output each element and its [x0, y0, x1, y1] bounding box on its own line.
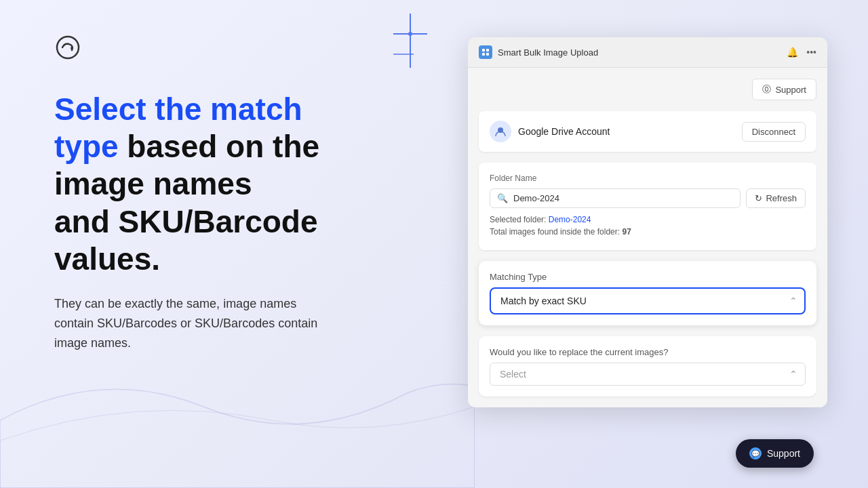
matching-type-section: Matching Type Match by exact SKU Image n… [479, 261, 816, 325]
window-app-icon [479, 45, 492, 59]
support-question-icon: ⓪ [762, 83, 771, 96]
window-titlebar: Smart Bulk Image Upload 🔔 ••• [468, 37, 827, 68]
left-panel: Select the match type based on theimage … [54, 34, 393, 352]
bell-icon[interactable]: 🔔 [787, 47, 798, 58]
support-top-label: Support [775, 85, 806, 95]
matching-type-label: Matching Type [490, 272, 806, 282]
support-chat-button[interactable]: 💬 Support [736, 439, 814, 468]
search-icon: 🔍 [497, 193, 508, 203]
support-top-area: ⓪ Support [479, 79, 816, 100]
svg-rect-9 [486, 53, 489, 56]
matching-select-wrapper: Match by exact SKU Image names contain S… [490, 287, 806, 314]
svg-rect-7 [486, 49, 489, 52]
svg-point-2 [408, 32, 412, 36]
heading-highlight: Select the match [54, 92, 302, 127]
app-window: Smart Bulk Image Upload 🔔 ••• ⓪ Support [468, 37, 827, 407]
matching-type-select[interactable]: Match by exact SKU Image names contain S… [490, 287, 806, 314]
subtext: They can be exactly the same, image name… [54, 294, 339, 352]
replace-section: Would you like to replace the current im… [479, 336, 816, 396]
replace-label: Would you like to replace the current im… [490, 347, 806, 357]
window-title-text: Smart Bulk Image Upload [498, 47, 598, 58]
folder-search-row: 🔍 ↻ Refresh [490, 188, 806, 208]
folder-card: Folder Name 🔍 ↻ Refresh Selected folder:… [479, 163, 816, 250]
app-logo [54, 34, 81, 61]
folder-label: Folder Name [490, 174, 806, 183]
svg-point-4 [57, 37, 79, 58]
drive-account-name: Google Drive Account [518, 126, 610, 137]
drive-account-card: Google Drive Account Disconnect [479, 111, 816, 152]
svg-rect-6 [482, 49, 485, 52]
total-images-count: 97 [622, 227, 631, 237]
drive-account-left: Google Drive Account [490, 121, 610, 142]
support-top-button[interactable]: ⓪ Support [752, 79, 816, 100]
more-icon[interactable]: ••• [806, 47, 816, 58]
selected-folder-text: Selected folder: Demo-2024 [490, 215, 806, 224]
total-images-text: Total images found inside the folder: 97 [490, 227, 806, 237]
heading-type-word: type [54, 129, 119, 164]
refresh-label: Refresh [766, 193, 797, 203]
folder-search-box: 🔍 [490, 188, 741, 208]
support-chat-label: Support [767, 448, 800, 459]
replace-select[interactable]: Select Yes No [490, 363, 806, 386]
decorative-cross [393, 14, 427, 68]
drive-avatar [490, 121, 511, 142]
refresh-button[interactable]: ↻ Refresh [746, 188, 806, 208]
replace-select-wrapper: Select Yes No ⌃ [490, 363, 806, 386]
chat-bubble-icon: 💬 [749, 447, 762, 460]
disconnect-button[interactable]: Disconnect [742, 122, 806, 142]
selected-folder-link[interactable]: Demo-2024 [549, 215, 591, 224]
svg-point-5 [71, 47, 73, 49]
svg-rect-8 [482, 53, 485, 56]
folder-search-input[interactable] [513, 193, 733, 203]
window-title-left: Smart Bulk Image Upload [479, 45, 598, 59]
window-content: ⓪ Support Google Drive Account Disconnec… [468, 68, 827, 407]
main-heading: Select the match type based on theimage … [54, 91, 393, 278]
window-title-right: 🔔 ••• [787, 47, 816, 58]
refresh-icon: ↻ [755, 193, 762, 203]
